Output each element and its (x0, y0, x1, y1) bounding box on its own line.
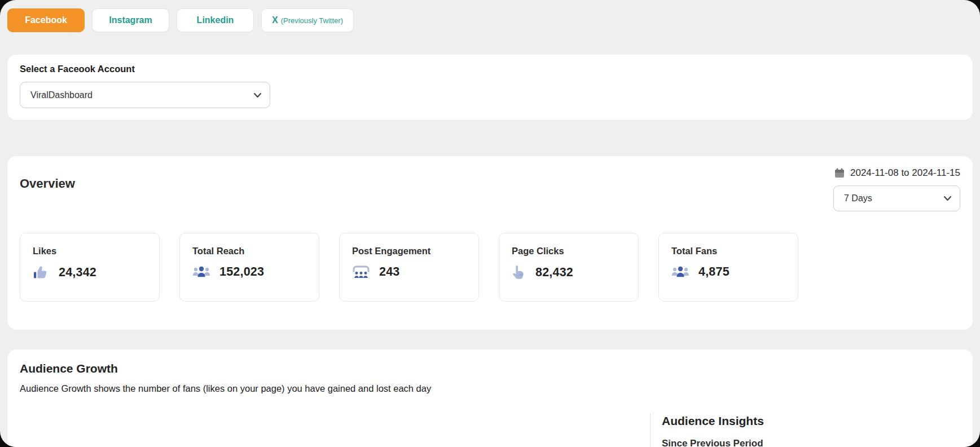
audience-growth-title: Audience Growth (20, 362, 118, 375)
stat-label: Total Fans (671, 246, 785, 256)
date-range-text: 2024-11-08 to 2024-11-15 (850, 167, 960, 179)
stat-value: 4,875 (698, 265, 729, 279)
audience-insights-title: Audience Insights (662, 414, 764, 428)
stat-label: Total Reach (192, 246, 306, 256)
thumbs-up-icon (33, 264, 50, 280)
date-range-picker[interactable]: 2024-11-08 to 2024-11-15 (834, 167, 960, 179)
account-select-card: Select a Faceook Account ViralDashboard (7, 55, 973, 120)
stat-card-total-fans: Total Fans 4,875 (658, 233, 798, 302)
overview-title: Overview (20, 176, 75, 191)
tab-linkedin[interactable]: Linkedin (177, 8, 254, 32)
stat-label: Page Clicks (512, 246, 626, 256)
period-select[interactable]: 7 Days (833, 185, 960, 211)
account-select-label: Select a Faceook Account (20, 64, 135, 74)
calendar-icon (834, 167, 845, 179)
chevron-down-icon (253, 92, 262, 98)
users-icon (671, 264, 689, 279)
tab-x-label: X (272, 15, 278, 25)
period-select-value: 7 Days (844, 193, 872, 203)
overview-stats-row: Likes 24,342 Total Reach (20, 233, 798, 302)
stat-card-page-clicks: Page Clicks 82,432 (499, 233, 639, 302)
account-select[interactable]: ViralDashboard (20, 82, 270, 108)
chevron-down-icon (943, 196, 952, 201)
dashboard-screen: Facebook Instagram Linkedin X (Previousl… (0, 0, 980, 447)
stat-label: Post Engagement (352, 246, 466, 256)
stat-card-post-engagement: Post Engagement 243 (339, 233, 479, 302)
tab-x-sublabel: (Previously Twitter) (281, 16, 343, 25)
stat-value: 243 (379, 265, 399, 279)
audience-growth-card: Audience Growth Audience Growth shows th… (7, 349, 973, 447)
stat-label: Likes (33, 246, 147, 256)
platform-tabs: Facebook Instagram Linkedin X (Previousl… (7, 8, 354, 32)
vertical-divider (650, 413, 651, 447)
stat-value: 152,023 (219, 265, 264, 279)
overview-card: Overview 2024-11-08 to 2024-11-15 7 Days… (7, 156, 973, 330)
tab-facebook[interactable]: Facebook (7, 8, 85, 32)
stat-card-total-reach: Total Reach 152,023 (179, 233, 319, 302)
stat-card-likes: Likes 24,342 (20, 233, 160, 302)
tab-instagram[interactable]: Instagram (92, 8, 169, 32)
users-icon (192, 264, 210, 279)
stat-value: 24,342 (59, 265, 96, 280)
click-pointer-icon (512, 264, 526, 280)
audience-icon (352, 264, 370, 279)
audience-growth-description: Audience Growth shows the number of fans… (20, 383, 431, 394)
audience-insights-subtitle: Since Previous Period (662, 438, 763, 447)
stat-value: 82,432 (535, 265, 573, 280)
account-select-value: ViralDashboard (30, 90, 93, 100)
tab-x-twitter[interactable]: X (Previously Twitter) (261, 8, 354, 32)
